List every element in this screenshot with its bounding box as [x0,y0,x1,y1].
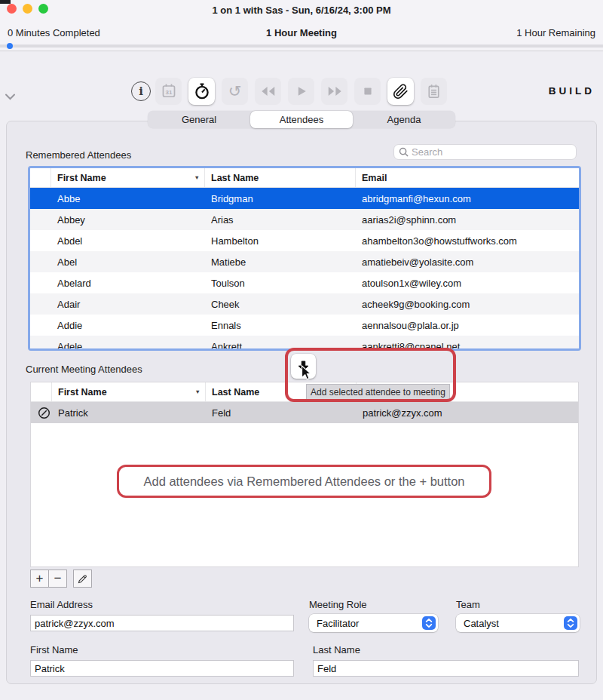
screen-corner [0,0,11,4]
popup-stepper-icon [422,616,436,630]
team-label: Team [456,599,480,610]
email-address-label: Email Address [30,599,93,610]
plus-icon: + [36,571,44,586]
popup-stepper-icon [564,616,577,630]
play-button[interactable] [288,78,314,105]
sort-descending-icon: ▼ [194,174,200,181]
remove-attendee-button[interactable]: − [48,570,67,588]
remembered-attendees-label: Remembered Attendees [26,149,131,161]
play-icon [294,84,309,99]
tooltip: Add selected attendee to meeting [306,384,450,401]
table-row[interactable]: Adele Ankrett aankretti8@cpanel.net [30,336,579,351]
svg-text:31: 31 [165,89,172,96]
editing-status-icon [31,407,52,419]
calendar-31-icon: 31 [160,82,178,100]
icon-column-header [31,382,52,401]
calendar-button[interactable]: 31 [155,78,182,105]
fast-forward-icon [326,83,343,100]
reset-timer-button[interactable]: ↺ [222,78,248,105]
first-name-column-header[interactable]: First Name ▼ [51,168,205,187]
attachment-button[interactable] [387,78,414,105]
time-remaining-label: 1 Hour Remaining [516,27,595,38]
pencil-icon [77,573,88,585]
empty-table-hint: Add attendees via Remembered Attendees o… [117,465,491,498]
team-select[interactable]: Catalyst [456,614,580,632]
app-window: 1 on 1 with Sas - Sun, 6/16/24, 3:00 PM … [0,0,603,700]
timer-button[interactable] [188,78,215,105]
tab-general[interactable]: General [148,111,250,128]
window-title: 1 on 1 with Sas - Sun, 6/16/24, 3:00 PM [0,0,603,20]
table-header: First Name ▼ Last Name Email [31,382,578,402]
tab-agenda[interactable]: Agenda [353,111,455,128]
search-input[interactable] [412,146,571,158]
brand-logo: BUILD [549,85,595,97]
add-selected-attendee-button[interactable] [291,354,316,379]
icon-column-header [30,168,51,187]
chevron-down-icon[interactable] [5,91,16,104]
email-column-header[interactable]: Email [356,168,579,187]
paperclip-icon [393,84,409,100]
rewind-button[interactable] [255,78,281,105]
table-header: First Name ▼ Last Name Email [30,168,579,188]
notes-icon [425,83,442,100]
edit-attendee-button[interactable] [73,570,92,588]
current-attendees-label: Current Meeting Attendees [26,364,142,375]
meeting-role-select[interactable]: Facilitator [309,614,438,632]
search-field[interactable] [393,144,577,160]
table-row[interactable]: Adair Cheek acheek9g@booking.com [30,293,579,315]
stop-icon [360,84,375,99]
info-icon: i [139,84,143,98]
table-row[interactable]: Abdel Hambelton ahambelton3o@howstuffwor… [30,230,579,251]
last-name-label: Last Name [313,644,360,655]
tab-bar: General Attendees Agenda [148,111,455,128]
first-name-column-header[interactable]: First Name ▼ [52,382,206,401]
table-row[interactable]: Patrick Feld patrick@zzyx.com [31,402,578,423]
table-row[interactable]: Abbey Arias aarias2i@sphinn.com [30,209,579,230]
meeting-progress-indicator [7,43,13,49]
toolbar: 31 ↺ [155,78,447,105]
last-name-column-header[interactable]: Last Name [205,168,356,187]
arrow-down-icon [295,358,311,374]
add-attendee-button[interactable]: + [30,570,49,588]
info-button[interactable]: i [131,81,151,101]
search-icon [399,147,409,157]
rewind-icon [260,83,277,100]
fast-forward-button[interactable] [321,78,347,105]
first-name-field[interactable] [30,660,294,677]
notes-button[interactable] [421,78,447,105]
stop-button[interactable] [354,78,381,105]
meeting-role-label: Meeting Role [309,599,367,610]
table-row[interactable]: Abelard Toulson atoulson1x@wiley.com [30,272,579,293]
minus-icon: − [54,571,62,586]
table-row[interactable]: Abbe Bridgman abridgmanfi@hexun.com [30,188,579,209]
reset-icon: ↺ [228,84,242,100]
sort-descending-icon: ▼ [195,388,200,395]
attendee-edit-buttons: + − [30,570,92,588]
meeting-duration-label: 1 Hour Meeting [0,27,603,38]
table-row[interactable]: Abel Matiebe amatiebeiv@yolasite.com [30,251,579,272]
last-name-field[interactable] [313,660,579,677]
timer-icon [193,82,211,100]
remembered-attendees-table: First Name ▼ Last Name Email Abbe Bridgm… [28,166,581,351]
tab-attendees[interactable]: Attendees [250,111,353,128]
first-name-label: First Name [30,644,78,655]
email-address-field[interactable] [30,615,294,631]
title-bar: 1 on 1 with Sas - Sun, 6/16/24, 3:00 PM [0,0,603,20]
table-row[interactable]: Addie Ennals aennalsou@plala.or.jp [30,315,579,336]
meeting-progress-header: 0 Minutes Completed 1 Hour Meeting 1 Hou… [0,20,603,51]
meeting-progress-bar [0,45,603,48]
